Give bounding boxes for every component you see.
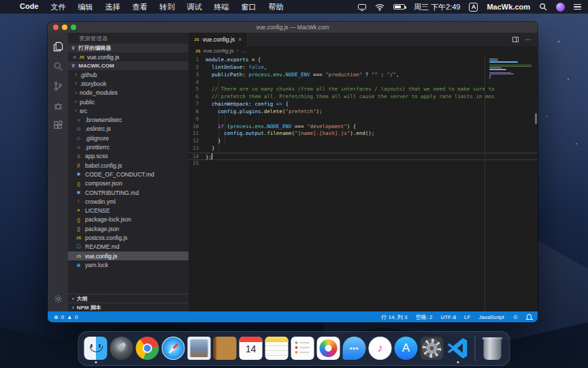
battery-icon[interactable] [393,4,405,10]
code-line-14[interactable]: 14}; [189,153,538,160]
notifications-bell-icon[interactable] [527,314,532,319]
split-editor-icon[interactable] [512,37,519,42]
dock-sysprefs-icon[interactable] [421,337,444,360]
menu-item-0[interactable]: Code [14,2,45,12]
scrollbar-thumb[interactable] [535,113,537,124]
menu-item-2[interactable]: 编辑 [72,2,99,12]
code-line-5[interactable]: 5 // There are so many chunks (from all … [189,86,538,93]
dock-launchpad-icon[interactable] [110,337,133,360]
tree-file-package.json[interactable]: {}package.json [68,224,189,233]
open-editors-header[interactable]: ∨ 打开的编辑器 [68,44,189,52]
tree-file-CODE_OF_CONDUCT.md[interactable]: ✱CODE_OF_CONDUCT.md [68,170,189,179]
code-editor[interactable]: 1module.exports = {2 lintOnSave: false,3… [189,55,538,311]
explorer-icon[interactable] [48,37,68,57]
menu-item-4[interactable]: 查看 [127,2,154,12]
dock-calendar-icon[interactable]: 14 [240,337,263,360]
tab-vue-config[interactable]: JS vue.config.js × [189,33,248,46]
code-line-8[interactable]: 8 config.plugins.delete("prefetch"); [189,108,538,116]
code-line-6[interactable]: 6 // prefetch them all. Prefetching them… [189,93,538,101]
spotlight-search-icon[interactable] [539,3,547,11]
code-line-1[interactable]: 1module.exports = { [189,57,538,64]
tree-file-.browserslistrc[interactable]: ≡.browserslistrc [68,115,189,124]
tree-file-vue.config.js[interactable]: JSvue.config.js [68,251,189,260]
tree-file-postcss.config.js[interactable]: JSpostcss.config.js [68,233,189,242]
npm-scripts-section-header[interactable]: › NPM 脚本 [68,303,189,311]
settings-gear-icon[interactable] [48,289,68,309]
code-line-7[interactable]: 7 chainWebpack: config => { [189,101,538,108]
menu-item-9[interactable]: 帮助 [263,2,290,12]
tab-close-icon[interactable]: × [238,36,242,43]
workspace-header[interactable]: ∨ MACWK.COM [68,61,189,70]
code-line-15[interactable]: 15 [189,160,538,168]
tree-file-package-lock.json[interactable]: {}package-lock.json [68,215,189,224]
dock-finder-icon[interactable] [84,337,108,360]
dock-safari-icon[interactable] [162,337,185,360]
tree-file-LICENSE[interactable]: ✦LICENSE [68,206,189,215]
tree-folder-node_modules[interactable]: ›node_modules [68,89,189,97]
outline-section-header[interactable]: › 大纲 [68,294,189,303]
code-line-13[interactable]: 13 } [189,145,538,153]
tree-file-app.scss[interactable]: Sapp.scss [68,152,189,161]
menu-clock[interactable]: 周三 下午2:49 [414,2,460,12]
tree-file-.eslintrc.js[interactable]: ◎.eslintrc.js [68,125,189,134]
wifi-icon[interactable] [375,3,385,11]
status-item-4[interactable]: JavaScript [478,314,504,320]
menu-item-7[interactable]: 终端 [208,2,235,12]
tree-file-yarn.lock[interactable]: ◉yarn.lock [68,260,189,269]
dock-photos-icon[interactable] [317,337,340,360]
tree-file-.prettierrc[interactable]: ≡.prettierrc [68,142,189,151]
code-line-9[interactable]: 9 [189,116,538,123]
open-editor-item[interactable]: × JS vue.config.js [68,52,189,61]
code-line-2[interactable]: 2 lintOnSave: false, [189,64,538,72]
problems-indicator[interactable]: ⊗ 0 ▲ 0 [54,314,78,320]
tree-folder-public[interactable]: ›public [68,97,189,106]
menu-item-8[interactable]: 窗口 [235,2,263,12]
dock-mail-icon[interactable] [188,337,211,360]
dock-trash-icon[interactable] [484,339,502,360]
close-icon[interactable]: × [73,54,76,61]
dock-contacts-icon[interactable] [214,337,237,360]
dock-notes-icon[interactable] [265,337,289,360]
status-item-0[interactable]: 行 14, 列 3 [381,313,407,321]
tree-file-.gitignore[interactable]: ◇.gitignore [68,134,189,142]
dock-messages-icon[interactable]: ••• [343,337,366,360]
debug-icon[interactable] [48,96,68,116]
dock-chrome-icon[interactable] [136,337,159,360]
tree-file-README.md[interactable]: ⓘREADME.md [68,243,189,251]
menu-item-3[interactable]: 选择 [99,2,127,12]
search-icon[interactable] [48,57,68,76]
status-item-1[interactable]: 空格: 2 [416,313,433,321]
tree-folder-.storybook[interactable]: ›.storybook [68,79,189,88]
menu-item-5[interactable]: 转到 [154,2,181,12]
breadcrumb[interactable]: JS vue.config.js › … [189,46,538,55]
code-line-3[interactable]: 3 publicPath: process.env.NODE_ENV === "… [189,72,538,79]
dock-appstore-icon[interactable]: A [395,337,418,360]
window-titlebar[interactable]: vue.config.js — MacWk.com [48,22,538,33]
menu-item-6[interactable]: 调试 [181,2,208,12]
extensions-icon[interactable] [48,116,68,136]
tree-folder-.github[interactable]: ›.github [68,70,189,79]
tree-file-crowdin.yml[interactable]: !crowdin.yml [68,197,189,206]
dock-itunes-icon[interactable]: ♪ [369,337,392,360]
tree-folder-src[interactable]: ›src [68,106,189,115]
menu-account[interactable]: MacWk.com [487,3,530,11]
status-item-3[interactable]: LF [464,314,470,320]
input-method-icon[interactable]: A [469,3,478,12]
dock-reminders-icon[interactable] [291,337,314,360]
siri-icon[interactable] [556,3,565,12]
notification-center-icon[interactable] [574,4,581,10]
tree-file-CONTRIBUTING.md[interactable]: ✱CONTRIBUTING.md [68,188,189,197]
code-line-12[interactable]: 12 } [189,138,538,145]
menu-item-1[interactable]: 文件 [45,2,72,12]
display-icon[interactable] [358,4,366,10]
code-line-11[interactable]: 11 config.output.filename("[name].[hash]… [189,130,538,138]
tree-file-babel.config.js[interactable]: βbabel.config.js [68,161,189,170]
tree-file-composer.json[interactable]: {}composer.json [68,179,189,188]
status-item-2[interactable]: UTF-8 [440,314,456,320]
feedback-smiley-icon[interactable]: ☺ [512,313,519,320]
code-line-10[interactable]: 10 if (process.env.NODE_ENV === "develop… [189,123,538,131]
more-actions-icon[interactable]: ⋯ [525,36,532,43]
code-line-4[interactable]: 4 [189,79,538,87]
source-control-icon[interactable] [48,76,68,96]
dock-vscode-icon[interactable] [446,337,470,360]
